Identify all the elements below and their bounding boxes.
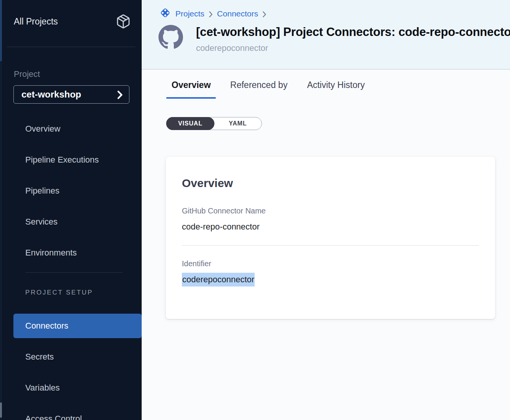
main-area: Projects Connectors [cet-workshop] Proje… xyxy=(142,0,510,420)
toggle-visual[interactable]: VISUAL xyxy=(166,117,214,130)
divider xyxy=(25,272,123,273)
sidebar-item-services[interactable]: Services xyxy=(0,206,142,237)
sidebar-item-pipelines[interactable]: Pipelines xyxy=(0,175,142,206)
tab-overview[interactable]: Overview xyxy=(166,80,216,99)
field-identifier: Identifier coderepoconnector xyxy=(182,259,479,285)
sidebar-item-overview[interactable]: Overview xyxy=(0,113,142,144)
breadcrumb-link-connectors[interactable]: Connectors xyxy=(217,9,258,18)
overview-card: Overview GitHub Connector Name code-repo… xyxy=(166,157,495,319)
tab-bar: Overview Referenced by Activity History xyxy=(166,70,510,99)
left-rail xyxy=(0,0,2,420)
visual-yaml-toggle: VISUAL YAML xyxy=(166,117,262,130)
title-texts: [cet-workshop] Project Connectors: code-… xyxy=(196,25,510,53)
title-row: [cet-workshop] Project Connectors: code-… xyxy=(159,25,510,53)
project-label: Project xyxy=(14,69,142,79)
page-title: [cet-workshop] Project Connectors: code-… xyxy=(196,25,510,39)
sidebar-item-connectors[interactable]: Connectors xyxy=(13,314,142,338)
sidebar-item-secrets[interactable]: Secrets xyxy=(13,345,142,369)
scrollbar-thumb[interactable] xyxy=(0,402,2,418)
left-rail-accent xyxy=(0,0,2,61)
page-header: Projects Connectors [cet-workshop] Proje… xyxy=(142,0,510,70)
breadcrumb-link-projects[interactable]: Projects xyxy=(175,9,204,18)
divider xyxy=(182,245,479,246)
field-value: coderepoconnector xyxy=(182,275,479,285)
project-setup-nav: Connectors Secrets Variables Access Cont… xyxy=(0,314,142,420)
all-projects-label[interactable]: All Projects xyxy=(14,16,58,27)
tab-activity-history[interactable]: Activity History xyxy=(302,80,370,99)
sidebar-item-environments[interactable]: Environments xyxy=(0,237,142,268)
sidebar: All Projects Project cet-workshop Overvi… xyxy=(0,0,142,420)
field-label: GitHub Connector Name xyxy=(182,207,479,215)
sidebar-item-variables[interactable]: Variables xyxy=(13,376,142,400)
github-octocat-icon xyxy=(159,25,183,49)
project-setup-section-label: PROJECT SETUP xyxy=(25,289,142,296)
project-nav: Overview Pipeline Executions Pipelines S… xyxy=(0,113,142,268)
toggle-yaml[interactable]: YAML xyxy=(214,117,262,130)
selected-text: coderepoconnector xyxy=(182,273,255,287)
tab-referenced-by[interactable]: Referenced by xyxy=(225,80,293,99)
field-value: code-repo-connector xyxy=(182,222,479,232)
package-icon[interactable] xyxy=(116,14,131,29)
breadcrumb: Projects Connectors xyxy=(142,0,510,21)
project-selector-value: cet-workshop xyxy=(21,89,81,100)
chevron-right-icon xyxy=(208,11,213,18)
field-connector-name: GitHub Connector Name code-repo-connecto… xyxy=(182,207,479,232)
page-subtitle: coderepoconnector xyxy=(196,43,510,53)
all-projects-header: All Projects xyxy=(0,0,142,29)
sidebar-item-access-control[interactable]: Access Control xyxy=(13,407,142,420)
divider xyxy=(7,47,136,47)
chevron-right-icon xyxy=(117,91,123,99)
sidebar-item-pipeline-executions[interactable]: Pipeline Executions xyxy=(0,144,142,175)
card-heading: Overview xyxy=(182,177,479,190)
chevron-right-icon xyxy=(262,11,267,18)
project-selector[interactable]: cet-workshop xyxy=(13,85,129,104)
field-label: Identifier xyxy=(182,259,479,268)
projects-diamond-icon[interactable] xyxy=(159,7,172,21)
